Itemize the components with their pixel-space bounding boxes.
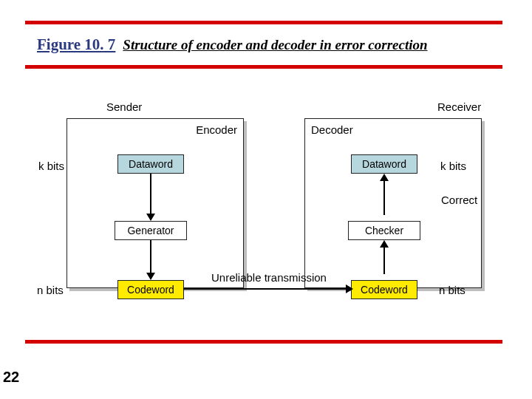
sender-label: Sender bbox=[106, 100, 142, 113]
arrow-line bbox=[383, 181, 385, 215]
k-bits-label-left: k bits bbox=[38, 160, 64, 172]
generator-box: Generator bbox=[115, 221, 187, 240]
figure-caption: Structure of encoder and decoder in erro… bbox=[123, 37, 427, 53]
figure-number: Figure 10. 7 bbox=[37, 35, 115, 54]
n-bits-label-right: n bits bbox=[439, 284, 466, 296]
decorative-bar-top bbox=[25, 21, 502, 24]
arrow-right-icon bbox=[346, 284, 353, 293]
arrow-line bbox=[150, 174, 151, 215]
encoder-decoder-diagram: Sender Receiver Encoder Dataword Generat… bbox=[35, 96, 501, 318]
arrow-line bbox=[383, 248, 385, 274]
correct-label: Correct bbox=[441, 194, 477, 206]
receiver-label: Receiver bbox=[437, 100, 481, 113]
page-number: 22 bbox=[3, 369, 19, 386]
decorative-bar-bottom bbox=[25, 340, 502, 344]
receiver-codeword-box: Codeword bbox=[351, 280, 417, 299]
sender-dataword-box: Dataword bbox=[117, 154, 184, 174]
encoder-panel-label: Encoder bbox=[196, 123, 237, 136]
sender-codeword-box: Codeword bbox=[117, 280, 184, 299]
arrow-up-icon bbox=[380, 240, 389, 248]
arrow-down-icon bbox=[146, 214, 155, 221]
figure-title: Figure 10. 7 Structure of encoder and de… bbox=[37, 35, 499, 54]
encoder-panel: Encoder Dataword Generator Codeword bbox=[66, 118, 244, 288]
arrow-line bbox=[150, 240, 151, 274]
arrow-down-icon bbox=[146, 273, 155, 280]
n-bits-label-left: n bits bbox=[37, 284, 64, 296]
checker-box: Checker bbox=[348, 221, 420, 240]
transmission-line bbox=[183, 288, 347, 290]
k-bits-label-right: k bits bbox=[440, 160, 466, 172]
decoder-panel-label: Decoder bbox=[311, 123, 353, 136]
decorative-bar-mid bbox=[25, 65, 502, 69]
receiver-dataword-box: Dataword bbox=[351, 154, 417, 174]
transmission-label: Unreliable transmission bbox=[211, 271, 327, 284]
arrow-up-icon bbox=[380, 174, 389, 181]
